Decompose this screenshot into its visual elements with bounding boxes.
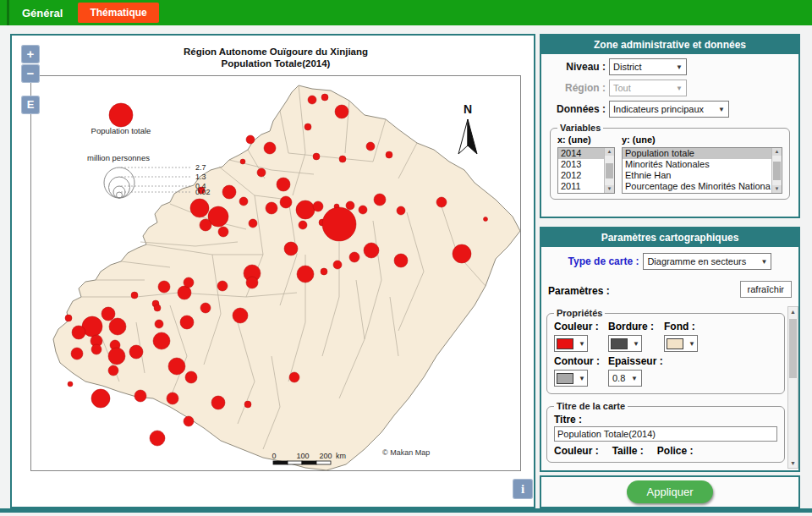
x-list-scrollbar[interactable]: ▲ ▼ (604, 148, 614, 193)
population-bubble (366, 142, 375, 151)
population-bubble (217, 281, 228, 291)
extent-button[interactable]: E (21, 96, 40, 114)
scale-label: 100 (296, 452, 309, 460)
list-option[interactable]: 2014 (558, 148, 604, 159)
population-bubble (154, 305, 161, 311)
scale-label: 200 (319, 452, 332, 460)
list-option[interactable]: Ethnie Han (623, 170, 771, 181)
map-attribution: © Makan Map (382, 448, 430, 457)
y-list-scrollbar[interactable]: ▲ ▼ (771, 148, 782, 193)
tab-general[interactable]: Général (22, 7, 63, 19)
contour-color-picker[interactable]: ▼ (554, 370, 588, 387)
list-option[interactable]: 2013 (558, 159, 604, 170)
population-bubble (313, 153, 320, 160)
map-type-select[interactable]: Diagramme en secteurs ▼ (643, 253, 771, 270)
population-bubble (277, 178, 290, 191)
params-panel: Paramètres cartographiques Type de carte… (540, 227, 800, 472)
map-svg: 2.71.30.40.02 N 0100200 km (31, 76, 522, 472)
zoom-out-button[interactable]: − (21, 64, 40, 83)
population-bubble (178, 286, 191, 299)
epaisseur-select[interactable]: 0.8 ▼ (608, 370, 642, 387)
population-bubble (72, 326, 85, 339)
niveau-label: Niveau : (541, 61, 609, 73)
population-bubble (453, 244, 471, 263)
scrollbar-thumb[interactable] (606, 163, 613, 178)
fond-color-picker[interactable]: ▼ (664, 335, 698, 352)
population-bubble (200, 219, 211, 231)
chevron-down-icon: ▼ (579, 340, 585, 348)
map-title: Région Autonome Ouïgoure du Xinjiang Pop… (30, 46, 521, 69)
population-bubble (339, 156, 346, 162)
params-scroll-area: Propriétés Couleur : Bordure : Fond : ▼ … (541, 306, 798, 469)
map-title-line2: Population Totale(2014) (30, 58, 521, 69)
legend-size (109, 177, 130, 198)
titre-legend: Titre de la carte (554, 401, 628, 411)
population-bubble (257, 168, 266, 177)
region-select[interactable]: Tout ▼ (609, 80, 687, 96)
scroll-up-icon[interactable]: ▲ (788, 307, 798, 316)
population-bubble (108, 365, 118, 376)
population-bubble (484, 217, 488, 222)
legend-symbol-label: Population totale (65, 126, 177, 135)
population-bubble (299, 221, 307, 229)
donnees-select[interactable]: Indicateurs principaux ▼ (609, 101, 729, 118)
bordure-label: Bordure : (608, 321, 664, 332)
refresh-button[interactable]: rafraîchir (740, 281, 792, 298)
population-bubble (246, 135, 255, 144)
niveau-select[interactable]: District ▼ (609, 58, 687, 75)
scrollbar-thumb[interactable] (789, 319, 797, 378)
legend-size (117, 192, 123, 198)
population-bubble (233, 308, 248, 323)
population-bubble (374, 194, 386, 206)
map-title-line1: Région Autonome Ouïgoure du Xinjiang (30, 46, 521, 58)
population-bubble (71, 348, 83, 360)
scale-unit: km (336, 452, 346, 460)
epaisseur-value: 0.8 (612, 373, 625, 383)
epaisseur-label: Epaisseur : (608, 355, 664, 367)
map-panel: Région Autonome Ouïgoure du Xinjiang Pop… (10, 34, 535, 508)
apply-button[interactable]: Appliquer (627, 480, 714, 503)
population-bubble (246, 277, 258, 288)
scroll-up-icon[interactable]: ▲ (772, 148, 782, 156)
list-option[interactable]: Pourcentage des Minorités Nationa (623, 181, 771, 192)
tab-thematique[interactable]: Thématique (78, 3, 158, 23)
svg-text:N: N (464, 102, 472, 116)
population-bubble (190, 199, 209, 217)
zoom-in-button[interactable]: + (21, 45, 40, 63)
population-bubble (218, 227, 228, 237)
chevron-down-icon: ▼ (672, 63, 683, 71)
population-bubble (129, 345, 143, 359)
bordure-color-picker[interactable]: ▼ (608, 335, 642, 352)
titre-label: Titre : (554, 414, 777, 425)
scroll-down-icon[interactable]: ▼ (605, 185, 614, 193)
legend-size: 0.02 (195, 188, 211, 196)
x-listbox[interactable]: 2014201320122011 ▲ ▼ (557, 147, 615, 194)
population-bubble (244, 401, 251, 408)
params-scrollbar[interactable]: ▲ ▼ (787, 306, 798, 469)
scroll-down-icon[interactable]: ▼ (772, 185, 782, 193)
population-bubble (91, 344, 102, 354)
population-bubble (322, 207, 356, 241)
population-bubble (386, 151, 392, 158)
population-bubble (297, 266, 314, 283)
population-bubble (266, 202, 277, 214)
info-button[interactable]: i (513, 479, 533, 499)
population-bubble (321, 268, 327, 275)
population-bubble (155, 320, 163, 328)
map-frame[interactable]: 2.71.30.40.02 N 0100200 km Population to… (30, 75, 521, 471)
list-option[interactable]: 2011 (558, 181, 604, 192)
scrollbar-thumb[interactable] (773, 162, 781, 180)
scroll-down-icon[interactable]: ▼ (788, 458, 798, 468)
list-option[interactable]: Minorités Nationales (623, 159, 771, 170)
population-bubble (134, 390, 146, 402)
variables-fieldset: Variables x: (une) 2014201320122011 ▲ ▼ … (550, 123, 790, 200)
y-listbox[interactable]: Population totaleMinorités NationalesEth… (622, 147, 782, 194)
legend-size: 2.7 (195, 163, 206, 172)
population-bubble (304, 124, 311, 130)
titre-input[interactable] (554, 426, 777, 442)
couleur-color-picker[interactable]: ▼ (554, 335, 588, 352)
list-option[interactable]: Population totale (623, 148, 771, 159)
population-bubble (289, 372, 299, 382)
scroll-up-icon[interactable]: ▲ (605, 148, 614, 156)
list-option[interactable]: 2012 (558, 170, 604, 181)
